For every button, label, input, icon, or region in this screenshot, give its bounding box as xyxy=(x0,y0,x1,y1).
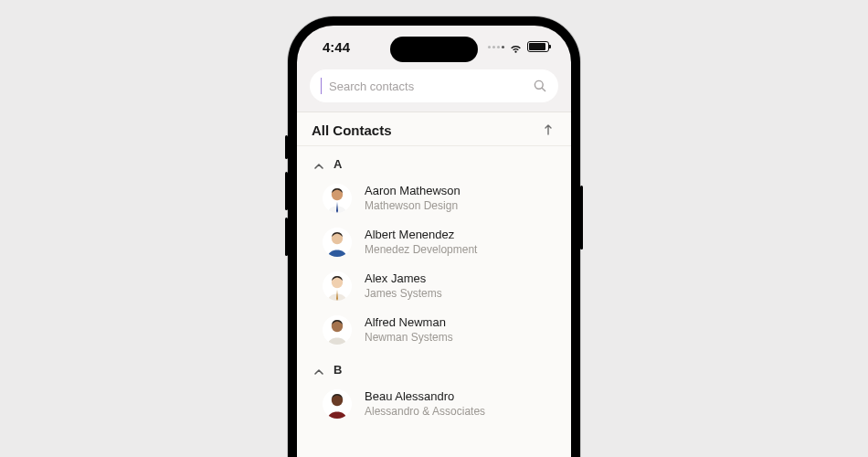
contact-name: Beau Alessandro xyxy=(365,389,485,404)
dynamic-island xyxy=(390,37,478,62)
text-cursor xyxy=(321,78,322,94)
avatar xyxy=(323,389,352,419)
contact-row[interactable]: Aaron MathewsonMathewson Design xyxy=(297,176,571,220)
svg-point-0 xyxy=(535,80,543,89)
contact-subtitle: Mathewson Design xyxy=(365,199,460,213)
svg-line-1 xyxy=(542,88,545,90)
wifi-icon xyxy=(509,42,523,52)
phone-power-button xyxy=(580,186,583,250)
sort-button[interactable] xyxy=(540,122,556,138)
section-letter: B xyxy=(333,363,342,377)
search-input[interactable] xyxy=(327,79,527,94)
chevron-up-icon xyxy=(313,159,324,170)
contact-subtitle: James Systems xyxy=(365,287,442,301)
search-bar[interactable] xyxy=(310,69,558,102)
avatar xyxy=(323,271,352,301)
contact-name: Alex James xyxy=(365,271,442,286)
contact-row[interactable]: Alfred NewmanNewman Systems xyxy=(297,308,571,352)
contact-subtitle: Alessandro & Associates xyxy=(365,405,485,419)
phone-silent-switch xyxy=(285,135,288,159)
phone-frame: 4:44 xyxy=(288,16,580,457)
contact-row[interactable]: Albert MenendezMenedez Development xyxy=(297,220,571,264)
section-letter: A xyxy=(333,157,342,171)
avatar xyxy=(323,228,352,257)
contact-row[interactable]: Beau AlessandroAlessandro & Associates xyxy=(297,382,571,426)
battery-icon xyxy=(527,41,549,52)
contact-name: Albert Menendez xyxy=(365,228,477,242)
section-header[interactable]: B xyxy=(297,352,571,382)
status-time: 4:44 xyxy=(323,39,350,55)
contact-subtitle: Menedez Development xyxy=(365,243,477,257)
cellular-dots-icon xyxy=(488,46,504,48)
contact-name: Alfred Newman xyxy=(365,315,453,330)
avatar xyxy=(323,315,352,345)
phone-volume-up xyxy=(285,172,288,210)
page-title: All Contacts xyxy=(312,122,392,138)
phone-volume-down xyxy=(285,218,288,256)
search-icon xyxy=(533,79,547,93)
avatar xyxy=(323,184,352,213)
section-header[interactable]: A xyxy=(297,146,571,176)
contacts-content: All Contacts AAaron MathewsonMathewson D… xyxy=(297,112,571,457)
contact-row[interactable]: Alex JamesJames Systems xyxy=(297,264,571,308)
chevron-up-icon xyxy=(313,365,324,376)
contact-subtitle: Newman Systems xyxy=(365,331,453,345)
contact-name: Aaron Mathewson xyxy=(365,184,460,198)
phone-screen: 4:44 xyxy=(297,26,571,457)
